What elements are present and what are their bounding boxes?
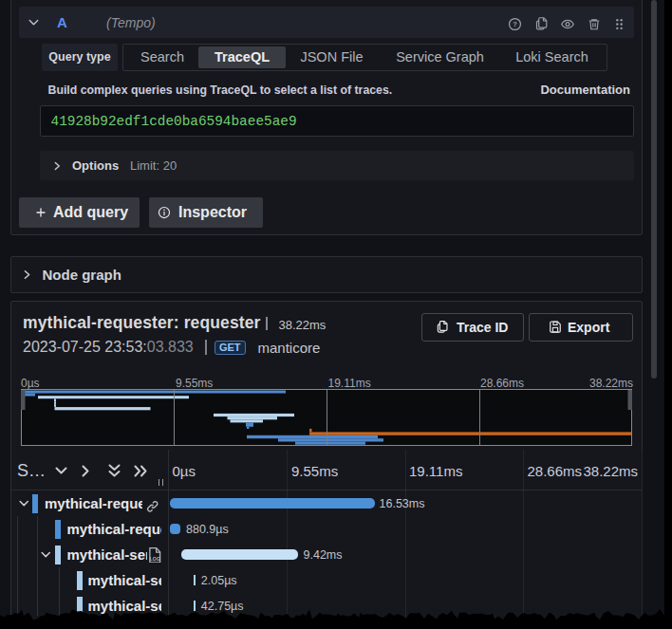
svg-text:LOG: LOG xyxy=(150,555,160,561)
svg-text:?: ? xyxy=(513,20,517,28)
